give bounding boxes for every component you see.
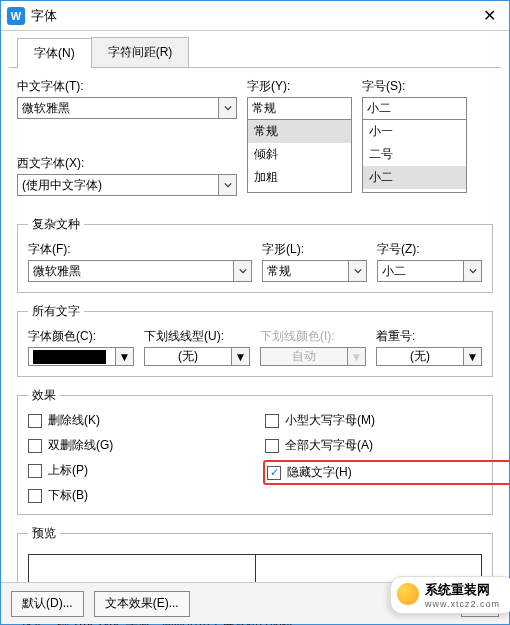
cn-font-value: 微软雅黑 <box>18 100 218 117</box>
titlebar: W 字体 ✕ <box>1 1 509 31</box>
complex-font-combo[interactable]: 微软雅黑 <box>28 260 252 282</box>
checkbox-icon <box>28 414 42 428</box>
chevron-down-icon <box>233 261 251 281</box>
west-font-value: (使用中文字体) <box>18 177 218 194</box>
checkbox-icon <box>265 439 279 453</box>
watermark-url: www.xtcz2.com <box>425 599 500 609</box>
underline-color-combo: 自动 ▼ <box>260 347 366 366</box>
complex-style-combo[interactable]: 常规 <box>262 260 367 282</box>
checkbox-icon <box>28 439 42 453</box>
chevron-down-icon: ▼ <box>347 348 365 365</box>
chevron-down-icon <box>463 261 481 281</box>
chevron-down-icon <box>348 261 366 281</box>
default-button[interactable]: 默认(D)... <box>11 591 84 617</box>
chevron-down-icon <box>218 175 236 195</box>
close-button[interactable]: ✕ <box>469 1 509 31</box>
complex-size-combo[interactable]: 小二 <box>377 260 482 282</box>
watermark-logo-icon <box>397 583 419 605</box>
sup-label: 上标(P) <box>48 462 88 479</box>
underline-style-label: 下划线线型(U): <box>144 328 250 345</box>
font-dialog: W 字体 ✕ 字体(N) 字符间距(R) 中文字体(T): 微软雅黑 字形(Y)… <box>0 0 510 625</box>
allcaps-checkbox[interactable]: 全部大写字母(A) <box>265 437 482 454</box>
subscript-checkbox[interactable]: 下标(B) <box>28 487 245 504</box>
style-listbox[interactable]: 常规 倾斜 加粗 <box>247 119 352 193</box>
effects-legend: 效果 <box>28 387 60 404</box>
size-value: 小二 <box>363 100 466 117</box>
sub-label: 下标(B) <box>48 487 88 504</box>
chevron-down-icon: ▼ <box>231 348 249 365</box>
cn-font-combo[interactable]: 微软雅黑 <box>17 97 237 119</box>
text-effects-button[interactable]: 文本效果(E)... <box>94 591 190 617</box>
complex-style-label: 字形(L): <box>262 241 367 258</box>
complex-font-label: 字体(F): <box>28 241 252 258</box>
chevron-down-icon: ▼ <box>115 348 133 365</box>
underline-color-value: 自动 <box>261 348 347 365</box>
style-item-italic[interactable]: 倾斜 <box>248 143 351 166</box>
effects-group: 效果 删除线(K) 双删除线(G) 上标(P) 下标(B) 小型大写字母(M) … <box>17 387 493 515</box>
watermark-title: 系统重装网 <box>425 581 490 599</box>
size-listbox[interactable]: 小一 二号 小二 <box>362 119 467 193</box>
complex-size-value: 小二 <box>378 263 463 280</box>
emphasis-value: (无) <box>377 348 463 365</box>
underline-style-value: (无) <box>145 348 231 365</box>
superscript-checkbox[interactable]: 上标(P) <box>28 462 245 479</box>
style-item-bold[interactable]: 加粗 <box>248 166 351 189</box>
complex-font-value: 微软雅黑 <box>29 263 233 280</box>
hidden-highlight-box: ✓隐藏文字(H) <box>263 460 510 485</box>
smallcaps-checkbox[interactable]: 小型大写字母(M) <box>265 412 482 429</box>
size-item-2[interactable]: 二号 <box>363 143 466 166</box>
watermark-badge: 系统重装网 www.xtcz2.com <box>390 576 510 614</box>
complex-scripts-group: 复杂文种 字体(F): 微软雅黑 字形(L): 常规 <box>17 216 493 293</box>
double-strike-checkbox[interactable]: 双删除线(G) <box>28 437 245 454</box>
complex-size-label: 字号(Z): <box>377 241 482 258</box>
close-icon: ✕ <box>483 6 496 25</box>
complex-legend: 复杂文种 <box>28 216 84 233</box>
allcaps-label: 全部大写字母(A) <box>285 437 373 454</box>
style-item-regular[interactable]: 常规 <box>248 120 351 143</box>
west-font-label: 西文字体(X): <box>17 155 237 172</box>
strike-checkbox[interactable]: 删除线(K) <box>28 412 245 429</box>
font-color-label: 字体颜色(C): <box>28 328 134 345</box>
hidden-text-checkbox[interactable]: ✓隐藏文字(H) <box>267 464 480 481</box>
size-item-3[interactable]: 小二 <box>363 166 466 189</box>
style-label: 字形(Y): <box>247 78 352 95</box>
strike-label: 删除线(K) <box>48 412 100 429</box>
underline-style-combo[interactable]: (无) ▼ <box>144 347 250 366</box>
underline-color-label: 下划线颜色(I): <box>260 328 366 345</box>
checkbox-icon <box>28 464 42 478</box>
tab-spacing[interactable]: 字符间距(R) <box>91 37 190 67</box>
chevron-down-icon: ▼ <box>463 348 481 365</box>
all-text-group: 所有文字 字体颜色(C): ▼ 下划线线型(U): (无) ▼ <box>17 303 493 377</box>
size-item-1[interactable]: 小一 <box>363 120 466 143</box>
dialog-body: 中文字体(T): 微软雅黑 字形(Y): 常规 常规 倾斜 加粗 字号(S): <box>1 68 509 625</box>
size-input[interactable]: 小二 <box>362 97 467 119</box>
style-input[interactable]: 常规 <box>247 97 352 119</box>
smallcaps-label: 小型大写字母(M) <box>285 412 375 429</box>
cn-font-label: 中文字体(T): <box>17 78 237 95</box>
size-label: 字号(S): <box>362 78 467 95</box>
tab-font[interactable]: 字体(N) <box>17 38 92 68</box>
tab-strip: 字体(N) 字符间距(R) <box>9 31 501 68</box>
color-swatch-icon <box>33 350 106 364</box>
dstrike-label: 双删除线(G) <box>48 437 113 454</box>
font-color-picker[interactable]: ▼ <box>28 347 134 366</box>
hidden-label: 隐藏文字(H) <box>287 464 352 481</box>
checkbox-icon <box>28 489 42 503</box>
app-logo-icon: W <box>7 7 25 25</box>
alltext-legend: 所有文字 <box>28 303 84 320</box>
complex-style-value: 常规 <box>263 263 348 280</box>
chevron-down-icon <box>218 98 236 118</box>
window-title: 字体 <box>31 7 469 25</box>
emphasis-combo[interactable]: (无) ▼ <box>376 347 482 366</box>
preview-legend: 预览 <box>28 525 60 542</box>
style-value: 常规 <box>248 100 351 117</box>
west-font-combo[interactable]: (使用中文字体) <box>17 174 237 196</box>
emphasis-label: 着重号: <box>376 328 482 345</box>
checkbox-icon: ✓ <box>267 466 281 480</box>
checkbox-icon <box>265 414 279 428</box>
